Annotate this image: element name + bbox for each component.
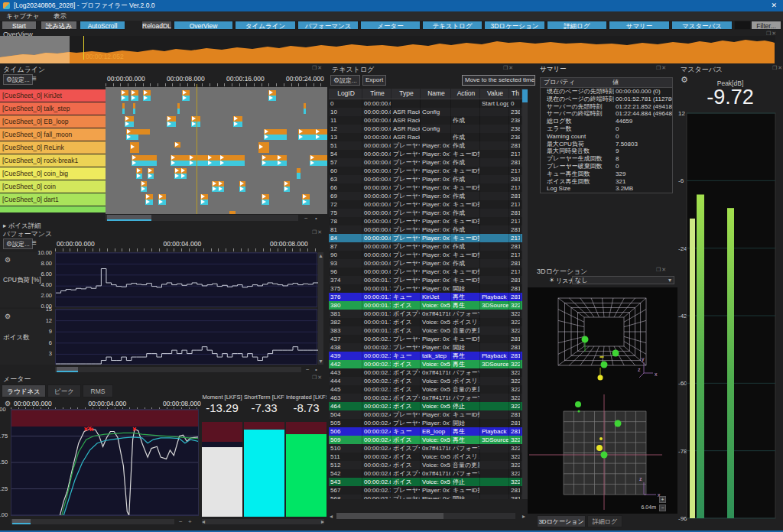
textlog-row[interactable]: 44200:00:02.112ボイスVoice: 0x545再生3DSource…: [329, 360, 524, 368]
timeline-playhead[interactable]: [197, 84, 197, 214]
performance-menu-icon[interactable]: ≡: [32, 238, 37, 248]
textlog-row[interactable]: 44300:00:02.112ボイスプール単0x7ff417160パフォーマンス…: [329, 368, 524, 377]
loudness-bars-hscrollbar[interactable]: ◂ ▸: [202, 519, 324, 524]
menu-view[interactable]: 表示: [47, 11, 73, 21]
toolbar-button-8[interactable]: テキストログ: [422, 21, 482, 30]
toolbar-button-1[interactable]: 読み込み: [41, 21, 77, 30]
textlog-row[interactable]: 6300:00:00.000プレーヤーPlayer: 0x7ff作成281: [329, 175, 524, 183]
textlog-row[interactable]: 6900:00:00.000プレーヤーPlayer: 0x7ff作成281: [329, 192, 524, 200]
timeline-hscrollbar-thumb[interactable]: [107, 215, 151, 221]
textlog-export-button[interactable]: Export: [362, 75, 386, 86]
textlog-row[interactable]: 8700:00:00.000プレーヤーPlayer: 0x7ff作成281: [329, 242, 524, 251]
location3d-zoom-out-button[interactable]: −: [659, 504, 666, 511]
textlog-row[interactable]: 56700:00:02.762プレーヤーPlayer: 0x7ffキューID指定…: [329, 486, 524, 495]
scroll-up-icon[interactable]: ▴: [318, 252, 323, 259]
textlog-vscrollbar-thumb[interactable]: [522, 89, 528, 102]
textlog-row[interactable]: 5400:00:00.000プレーヤーPlayer: 0x7ffキューID指定2…: [329, 150, 524, 158]
textlog-row[interactable]: 51200:00:02.450ボイスVoice: 0x546音量の更新322: [329, 461, 524, 469]
performance-vscrollbar[interactable]: ▴ ▾: [318, 252, 323, 365]
timeline-track-label[interactable]: [CueSheet_0] KiriJet: [0, 89, 106, 102]
timeline-block[interactable]: [133, 109, 135, 114]
textlog-row[interactable]: 43800:00:02.100プレーヤーPlayer: 0x7ff開始281: [329, 343, 524, 352]
textlog-column-header[interactable]: Value: [480, 89, 509, 99]
meter-hscrollbar[interactable]: [11, 519, 174, 524]
textlog-row[interactable]: 50900:00:02.450ボイスVoice: 0x546再生3DSource…: [329, 436, 524, 444]
textlog-row[interactable]: 43700:00:02.100プレーヤーPlayer: 0x7ffキューID指定…: [329, 335, 524, 343]
timeline-track-label[interactable]: [CueSheet_0] talk_step: [0, 102, 106, 115]
textlog-column-header[interactable]: Time: [362, 89, 392, 99]
toolbar-button-2[interactable]: AutoScroll: [80, 21, 125, 30]
textlog-row[interactable]: 46300:00:02.212ボイスプール単0x7ff417160パフォーマンス…: [329, 394, 524, 402]
textlog-row[interactable]: 43900:00:02.100キューtalk_step再生Playback ID…: [329, 352, 524, 360]
summary-row[interactable]: 現在のページの終端時刻00:01:52.781 (112780632): [541, 96, 672, 103]
summary-row[interactable]: ボイス再生回数321: [541, 178, 672, 186]
timeline-menu-icon[interactable]: ≡: [32, 74, 37, 83]
meter-zoom-in-icon[interactable]: +: [188, 518, 192, 525]
toolbar-button-6[interactable]: パフォーマンス: [297, 21, 359, 30]
textlog-row[interactable]: 9600:00:00.000プレーヤーPlayer: 0x7ffキューID指定2…: [329, 268, 524, 276]
textlog-panel-icons[interactable]: ❐✕: [503, 65, 514, 71]
textlog-vscrollbar[interactable]: [522, 89, 528, 499]
textlog-row[interactable]: 50400:00:02.434プレーヤーPlayer: 0x7ffキューID指定…: [329, 410, 524, 419]
timeline-block[interactable]: [229, 211, 236, 214]
summary-row[interactable]: Warning count0: [541, 133, 672, 141]
textlog-column-header[interactable]: Th: [509, 89, 521, 99]
timeline-block[interactable]: [304, 109, 306, 114]
toolbar-button-12[interactable]: マスターバス: [671, 21, 733, 30]
location3d-panel-icons[interactable]: ❐✕: [656, 267, 667, 273]
textlog-row[interactable]: 51100:00:02.450ボイスVoice: 0x546ボイスリミット322: [329, 453, 524, 461]
textlog-row[interactable]: 44500:00:02.112ボイスVoice: 0x545音量の更新322: [329, 385, 524, 394]
timeline-panel-icons[interactable]: ❐✕: [312, 65, 323, 71]
graph-gear-icon[interactable]: ⚙: [5, 312, 11, 321]
close-icon[interactable]: ✕: [771, 0, 777, 11]
textlog-column-header[interactable]: Type: [392, 89, 421, 99]
menu-capture[interactable]: キャプチャ: [0, 11, 46, 21]
timeline-track-label[interactable]: [CueSheet_0] ReLink: [0, 141, 106, 154]
toolbar-button-11[interactable]: サマリー: [609, 21, 670, 30]
textlog-row[interactable]: 9000:00:00.000プレーヤーPlayer: 0x7ffキューID指定2…: [329, 251, 524, 259]
summary-row[interactable]: 最大CPU負荷7.50803: [541, 141, 672, 148]
textlog-row[interactable]: 38100:00:01.784ボイスプール単0x7ff417160パフォーマンス…: [329, 310, 524, 318]
timeline-track-label[interactable]: [CueSheet_0] coin: [0, 180, 106, 193]
timeline-track-label[interactable]: [CueSheet_0] EB_loop: [0, 115, 106, 128]
textlog-row[interactable]: 1000:00:00.000ASR RackConfig238: [329, 108, 524, 116]
tab-loudness[interactable]: ラウドネス: [2, 384, 46, 397]
textlog-row[interactable]: 6600:00:00.000プレーヤーPlayer: 0x7ffキューID指定2…: [329, 183, 524, 192]
toolbar-button-9[interactable]: 3Dロケーション: [484, 21, 545, 30]
summary-row[interactable]: プレーヤー生成回数8: [541, 155, 672, 163]
textlog-row[interactable]: 44400:00:02.112ボイスVoice: 0x545ボイスリミット322: [329, 377, 524, 385]
summary-row[interactable]: サーバーの先頭時刻01:22:21.852 (4941851608): [541, 103, 672, 111]
textlog-row[interactable]: 7200:00:00.000プレーヤーPlayer: 0x7ffキューID指定2…: [329, 200, 524, 209]
timeline-track-label[interactable]: [CueSheet_0] rock-break1: [0, 154, 106, 167]
tab-3d-location[interactable]: 3Dロケーション: [537, 515, 586, 527]
summary-panel-icons[interactable]: ❐✕: [656, 65, 667, 71]
loudness-plot[interactable]: [11, 409, 199, 516]
textlog-column-header[interactable]: Action: [451, 89, 480, 99]
timeline-track-label[interactable]: [CueSheet_0] coin_big: [0, 167, 106, 180]
timeline-block[interactable]: [177, 109, 180, 114]
timeline-hscrollbar[interactable]: [106, 215, 298, 221]
textlog-hscrollbar-thumb[interactable]: [336, 513, 443, 519]
textlog-row[interactable]: 46400:00:02.212ボイスVoice: 0x545停止322: [329, 402, 524, 410]
timeline-track-label[interactable]: [CueSheet_0] fall_moon: [0, 128, 106, 141]
textlog-row[interactable]: 9300:00:00.000プレーヤーPlayer: 0x7ff作成281: [329, 259, 524, 268]
textlog-row[interactable]: 8100:00:00.000プレーヤーPlayer: 0x7ff作成281: [329, 225, 524, 234]
timeline-block[interactable]: [304, 103, 306, 109]
textlog-row[interactable]: 56800:00:02.762プレーヤーPlayer: 0x7ff開始281: [329, 495, 524, 499]
masterbus-panel-icons[interactable]: ❐✕: [772, 65, 783, 71]
performance-settings-button[interactable]: ⚙設定...: [3, 238, 33, 249]
textlog-row[interactable]: 50500:00:02.434プレーヤーPlayer: 0x7ff開始281: [329, 419, 524, 427]
textlog-row[interactable]: 38000:00:01.784ボイスVoice: 0x544再生3DSource…: [329, 301, 524, 310]
textlog-row[interactable]: 54300:00:02.650ボイスVoice: 0x544停止322: [329, 478, 524, 486]
timeline-track-label[interactable]: [CueSheet_0] dart1: [0, 193, 106, 206]
summary-row[interactable]: 総ログ数44659: [541, 118, 672, 125]
toolbar-button-3[interactable]: ReloadDLL: [141, 21, 172, 30]
scroll-left-icon[interactable]: ◂: [202, 518, 205, 525]
toolbar-button-0[interactable]: Start: [2, 21, 37, 30]
textlog-row[interactable]: 1200:00:00.000ASR RackConfig238: [329, 125, 524, 133]
textlog-row[interactable]: 38300:00:01.784ボイスVoice: 0x544音量の更新322: [329, 326, 524, 335]
meter-panel-icons[interactable]: ❐✕: [312, 375, 323, 381]
summary-row[interactable]: 現在のページの先頭時刻00:00:00.000 (0): [541, 88, 672, 96]
summary-row[interactable]: サーバーの終端時刻01:22:44.884 (4964883704): [541, 110, 672, 118]
meter-zoom-out-icon[interactable]: −: [179, 518, 183, 525]
